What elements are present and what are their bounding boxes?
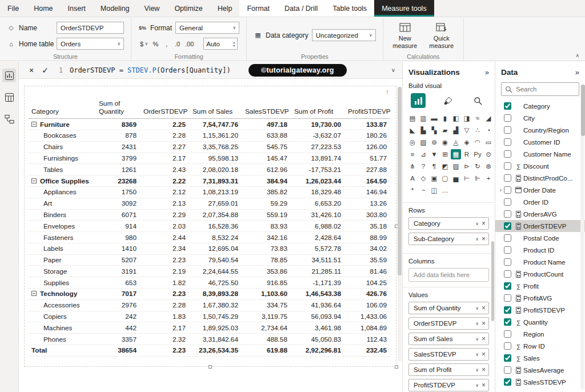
matrix-row-art[interactable]: Art30922.1327,659.0159.296,653.2013.26: [28, 198, 390, 209]
viz-icon-smart-narrative[interactable]: ¶: [429, 161, 439, 171]
remove-field-icon[interactable]: ×: [482, 219, 486, 227]
matrix-row-accessories[interactable]: Accessories29762.281,67,380.32334.7541,9…: [28, 299, 390, 311]
viz-icon-power-apps[interactable]: ⊳: [462, 161, 472, 171]
viz-icon-more-options[interactable]: …: [440, 185, 450, 195]
viz-icon-matrix[interactable]: ▦: [451, 149, 461, 159]
field-checkbox[interactable]: [504, 342, 511, 350]
field-item-salesstdevp[interactable]: SalesSTDEVP: [495, 376, 585, 388]
report-view-icon[interactable]: [2, 69, 16, 82]
viz-icon-goal[interactable]: ⊛: [483, 161, 494, 171]
resize-handle-bottom[interactable]: [209, 365, 212, 369]
field-item-productcount[interactable]: ProductCount: [495, 268, 585, 280]
matrix-row-paper[interactable]: Paper52072.2379,540.5478.8534,511.5135.5…: [28, 254, 390, 266]
viz-icon-stacked-column-chart[interactable]: ▥: [418, 113, 428, 123]
format-button-comma[interactable]: $∨: [138, 39, 150, 49]
viz-icon-waterfall-chart[interactable]: ▟: [451, 125, 461, 135]
viz-icon-line-chart[interactable]: ≈: [472, 113, 483, 123]
viz-icon-gauge[interactable]: ◠: [472, 137, 483, 147]
formula-input[interactable]: OrderSTDEVP = STDEV.P(Orders[Quantity]): [70, 66, 231, 74]
field-item-quantity[interactable]: ∑Quantity: [495, 316, 585, 328]
field-checkbox[interactable]: [504, 282, 511, 290]
viz-icon-scatter-chart[interactable]: ∴: [472, 125, 483, 135]
collapse-minus-icon[interactable]: [31, 178, 37, 183]
field-item-product-name[interactable]: Product Name: [495, 256, 585, 268]
canvas-scrollbar-thumb[interactable]: [398, 87, 402, 275]
tab-view[interactable]: View: [137, 0, 167, 17]
resize-handle-corner[interactable]: [395, 365, 398, 369]
tab-format[interactable]: Format: [239, 0, 277, 17]
viz-icon-radar-chart[interactable]: *: [407, 185, 418, 195]
viz-icon-r-script-visual[interactable]: R: [462, 149, 472, 159]
field-item-region[interactable]: Region: [495, 328, 585, 340]
viz-scrollbar-thumb[interactable]: [491, 241, 494, 321]
viz-icon-map[interactable]: ⊚: [429, 137, 439, 147]
matrix-row-appliances[interactable]: Appliances17502.121,08,213.19385.8218,32…: [28, 187, 390, 198]
chevron-down-icon[interactable]: ∨: [475, 321, 479, 326]
field-item-sales[interactable]: ∑Sales: [495, 352, 585, 364]
canvas-scrollbar[interactable]: [398, 87, 402, 361]
home-table-dropdown[interactable]: Orders ∨: [57, 38, 124, 50]
field-checkbox[interactable]: [504, 366, 511, 374]
viz-icon-buttons[interactable]: ▢: [440, 173, 450, 183]
matrix-column-header-salesstdevp[interactable]: SalesSTDEVP: [242, 98, 291, 119]
matrix-row-labels[interactable]: Labels14102.3412,695.0473.835,572.7834.0…: [28, 243, 390, 254]
chevron-down-icon[interactable]: ∨: [475, 383, 479, 388]
measure-name-input[interactable]: [57, 22, 124, 34]
viz-icon-donut-chart[interactable]: ◎: [407, 137, 418, 147]
viz-icon-scorecard[interactable]: ◫: [429, 185, 439, 195]
chevron-down-icon[interactable]: ∨: [475, 221, 479, 226]
remove-field-icon[interactable]: ×: [482, 381, 486, 389]
viz-icon-funnel-chart[interactable]: ▽: [462, 125, 472, 135]
viz-icon-custom-visual[interactable]: +: [483, 173, 494, 183]
matrix-row-total[interactable]: Total386542.2323,26,534.35619.882,92,296…: [28, 345, 390, 356]
remove-field-icon[interactable]: ×: [482, 235, 486, 243]
viz-icon-bullet-chart[interactable]: ⊢: [462, 173, 472, 183]
matrix-visual[interactable]: ↑ CategorySum of QuantityOrderSTDEVPSum …: [24, 86, 396, 367]
chevron-down-icon[interactable]: ∨: [475, 337, 479, 342]
field-pill-sum-of-sales[interactable]: Sum of Sales∨×: [408, 333, 489, 345]
field-item-ordersavg[interactable]: OrdersAVG: [495, 208, 585, 220]
viz-icon-stacked-area-chart[interactable]: ◣: [407, 125, 418, 135]
viz-icon-shape-map[interactable]: ◬: [451, 137, 461, 147]
model-view-icon[interactable]: [2, 112, 16, 126]
matrix-row-furnishings[interactable]: Furnishings37992.1795,598.13145.4713,891…: [28, 153, 390, 164]
spinner-down-icon[interactable]: ▾: [233, 44, 235, 47]
viz-icon-paginated-report[interactable]: ▨: [451, 161, 461, 171]
formula-commit-icon[interactable]: ✓: [38, 66, 52, 75]
matrix-row-binders[interactable]: Binders60712.292,07,354.88559.1931,426.1…: [28, 209, 390, 221]
viz-icon-decomposition-tree[interactable]: ⋔: [407, 161, 418, 171]
viz-icon-qa-visual[interactable]: ?: [418, 161, 428, 171]
tab-insert[interactable]: Insert: [61, 0, 93, 17]
viz-icon-100-stacked-bar-chart[interactable]: ◧: [451, 113, 461, 123]
matrix-row-phones[interactable]: Phones33572.323,31,842.64488.5845,050.83…: [28, 334, 390, 345]
viz-icon-image[interactable]: ▣: [429, 173, 439, 183]
viz-icon-text-box[interactable]: A: [407, 173, 418, 183]
data-scrollbar-thumb[interactable]: [581, 85, 585, 136]
format-button-comma[interactable]: ,: [162, 39, 171, 49]
viz-icon-word-cloud[interactable]: ~: [418, 185, 428, 195]
matrix-column-header-sum-of-profit[interactable]: Sum of Profit: [291, 98, 344, 119]
chevron-down-icon[interactable]: ∨: [475, 352, 479, 357]
matrix-row-machines[interactable]: Machines4422.171,89,925.032,734.643,461.…: [28, 322, 390, 334]
field-item-city[interactable]: City: [495, 112, 585, 124]
field-checkbox[interactable]: [504, 114, 511, 122]
viz-icon-treemap[interactable]: ▧: [418, 137, 428, 147]
matrix-row-supplies[interactable]: Supplies6531.8246,725.50916.85-1,171.391…: [28, 277, 390, 289]
formula-expand-icon[interactable]: ∨: [391, 67, 395, 73]
report-canvas[interactable]: ↑ CategorySum of QuantityOrderSTDEVPSum …: [19, 79, 402, 392]
field-checkbox[interactable]: [504, 270, 511, 278]
field-checkbox[interactable]: [504, 294, 511, 302]
chevron-down-icon[interactable]: ∨: [475, 237, 479, 242]
search-box[interactable]: [501, 82, 579, 96]
build-visual-tab[interactable]: [411, 93, 426, 108]
format-visual-tab[interactable]: [440, 93, 455, 108]
collapse-pane-icon[interactable]: »: [485, 68, 489, 77]
viz-icon-azure-map[interactable]: ◈: [462, 137, 472, 147]
tab-file[interactable]: File: [0, 0, 26, 17]
field-item-order-date[interactable]: ›Order Date: [495, 184, 585, 196]
field-item-row-id[interactable]: ∑Row ID: [495, 340, 585, 352]
tab-measure-tools[interactable]: Measure tools: [374, 0, 434, 17]
viz-icon-kpi[interactable]: ⊿: [418, 149, 428, 159]
viz-icon-table[interactable]: ⊞: [440, 149, 450, 159]
field-item-salesaverage[interactable]: SalesAverage: [495, 364, 585, 376]
